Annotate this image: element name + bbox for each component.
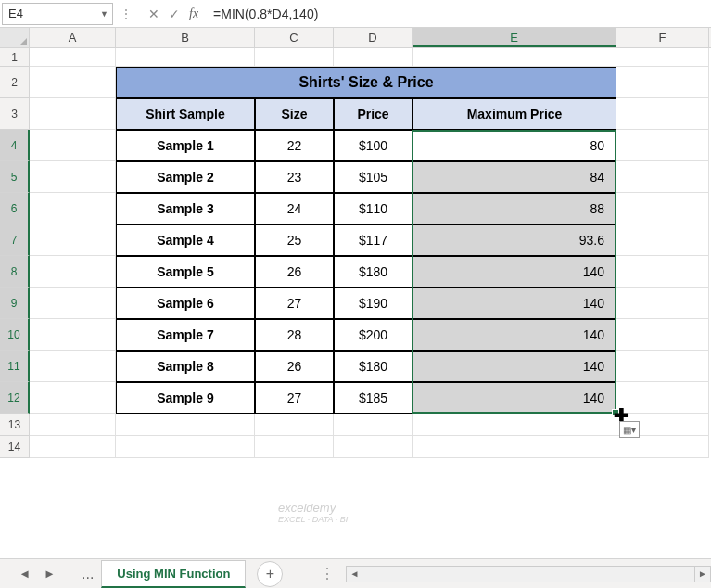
- col-header-C[interactable]: C: [255, 28, 334, 47]
- cell-E13[interactable]: [413, 414, 616, 436]
- cell-size[interactable]: 22: [255, 130, 334, 161]
- col-header-D[interactable]: D: [334, 28, 413, 47]
- cell-sample[interactable]: Sample 5: [116, 256, 255, 288]
- cell-C13[interactable]: [255, 414, 334, 436]
- cell-max[interactable]: 88: [413, 193, 616, 224]
- cell-max[interactable]: 140: [413, 382, 616, 414]
- cell-F12[interactable]: [616, 382, 709, 414]
- cell-A1[interactable]: [30, 48, 116, 67]
- cell-price[interactable]: $110: [334, 193, 413, 224]
- cancel-icon[interactable]: ✕: [148, 6, 159, 21]
- cell-price[interactable]: $100: [334, 130, 413, 161]
- cell-F7[interactable]: [616, 224, 709, 256]
- row-header-4[interactable]: 4: [0, 130, 30, 161]
- cell-price[interactable]: $185: [334, 382, 413, 414]
- cell-A14[interactable]: [30, 436, 116, 458]
- name-box-dropdown-icon[interactable]: ▼: [100, 9, 108, 19]
- cell-A12[interactable]: [30, 382, 116, 414]
- cell-size[interactable]: 25: [255, 224, 334, 256]
- cell-A7[interactable]: [30, 224, 116, 256]
- row-header-13[interactable]: 13: [0, 414, 30, 436]
- check-icon[interactable]: ✓: [169, 6, 180, 21]
- cell-A13[interactable]: [30, 414, 116, 436]
- row-header-6[interactable]: 6: [0, 193, 30, 224]
- cell-size[interactable]: 23: [255, 161, 334, 193]
- cell-B14[interactable]: [116, 436, 255, 458]
- cell-F10[interactable]: [616, 319, 709, 351]
- cell-price[interactable]: $180: [334, 256, 413, 288]
- sheet-overflow-icon[interactable]: ...: [74, 566, 101, 582]
- cell-price[interactable]: $190: [334, 288, 413, 319]
- header-size[interactable]: Size: [255, 98, 334, 130]
- row-header-12[interactable]: 12: [0, 382, 30, 414]
- cell-F4[interactable]: [616, 130, 709, 161]
- cell-sample[interactable]: Sample 9: [116, 382, 255, 414]
- cell-price[interactable]: $105: [334, 161, 413, 193]
- col-header-A[interactable]: A: [30, 28, 116, 47]
- row-header-2[interactable]: 2: [0, 67, 30, 98]
- cell-max[interactable]: 140: [413, 351, 616, 382]
- cell-E14[interactable]: [413, 436, 616, 458]
- cell-B13[interactable]: [116, 414, 255, 436]
- cell-F8[interactable]: [616, 256, 709, 288]
- cell-size[interactable]: 26: [255, 351, 334, 382]
- col-header-F[interactable]: F: [616, 28, 709, 47]
- cell-A3[interactable]: [30, 98, 116, 130]
- cell-A6[interactable]: [30, 193, 116, 224]
- select-all-corner[interactable]: [0, 28, 30, 47]
- cell-E1[interactable]: [413, 48, 616, 67]
- cell-size[interactable]: 27: [255, 288, 334, 319]
- scroll-left-icon[interactable]: ◄: [346, 566, 362, 582]
- row-header-11[interactable]: 11: [0, 351, 30, 382]
- cell-max[interactable]: 140: [413, 288, 616, 319]
- cell-sample[interactable]: Sample 7: [116, 319, 255, 351]
- row-header-7[interactable]: 7: [0, 224, 30, 256]
- cell-A5[interactable]: [30, 161, 116, 193]
- scroll-right-icon[interactable]: ►: [694, 566, 711, 582]
- new-sheet-button[interactable]: +: [257, 561, 283, 587]
- row-header-3[interactable]: 3: [0, 98, 30, 130]
- autofill-options-button[interactable]: ▦▾: [619, 421, 640, 438]
- cell-size[interactable]: 27: [255, 382, 334, 414]
- horizontal-scrollbar[interactable]: ◄ ►: [346, 566, 711, 582]
- cell-D1[interactable]: [334, 48, 413, 67]
- header-max[interactable]: Maximum Price: [413, 98, 616, 130]
- table-title[interactable]: Shirts' Size & Price: [116, 67, 616, 98]
- cell-F2[interactable]: [616, 67, 709, 98]
- cell-sample[interactable]: Sample 4: [116, 224, 255, 256]
- cell-size[interactable]: 24: [255, 193, 334, 224]
- row-header-10[interactable]: 10: [0, 319, 30, 351]
- header-sample[interactable]: Shirt Sample: [116, 98, 255, 130]
- row-header-9[interactable]: 9: [0, 288, 30, 319]
- cell-F14[interactable]: [616, 436, 709, 458]
- cell-A2[interactable]: [30, 67, 116, 98]
- cell-D14[interactable]: [334, 436, 413, 458]
- cell-sample[interactable]: Sample 8: [116, 351, 255, 382]
- row-header-1[interactable]: 1: [0, 48, 30, 67]
- fx-icon[interactable]: fx: [189, 6, 198, 21]
- col-header-E[interactable]: E: [413, 28, 616, 47]
- sheet-nav-right-icon[interactable]: ►: [44, 567, 56, 581]
- cell-C14[interactable]: [255, 436, 334, 458]
- cell-F5[interactable]: [616, 161, 709, 193]
- cell-F1[interactable]: [616, 48, 709, 67]
- row-header-14[interactable]: 14: [0, 436, 30, 458]
- header-price[interactable]: Price: [334, 98, 413, 130]
- cell-A10[interactable]: [30, 319, 116, 351]
- sheet-nav-left-icon[interactable]: ◄: [19, 567, 31, 581]
- col-header-B[interactable]: B: [116, 28, 255, 47]
- cell-price[interactable]: $200: [334, 319, 413, 351]
- cell-price[interactable]: $117: [334, 224, 413, 256]
- cell-size[interactable]: 26: [255, 256, 334, 288]
- cell-size[interactable]: 28: [255, 319, 334, 351]
- cell-A4[interactable]: [30, 130, 116, 161]
- cell-A11[interactable]: [30, 351, 116, 382]
- cell-B1[interactable]: [116, 48, 255, 67]
- cell-max[interactable]: 80: [413, 130, 616, 161]
- cell-price[interactable]: $180: [334, 351, 413, 382]
- cell-max[interactable]: 140: [413, 319, 616, 351]
- cell-sample[interactable]: Sample 6: [116, 288, 255, 319]
- cell-max[interactable]: 93.6: [413, 224, 616, 256]
- cell-F9[interactable]: [616, 288, 709, 319]
- cell-sample[interactable]: Sample 1: [116, 130, 255, 161]
